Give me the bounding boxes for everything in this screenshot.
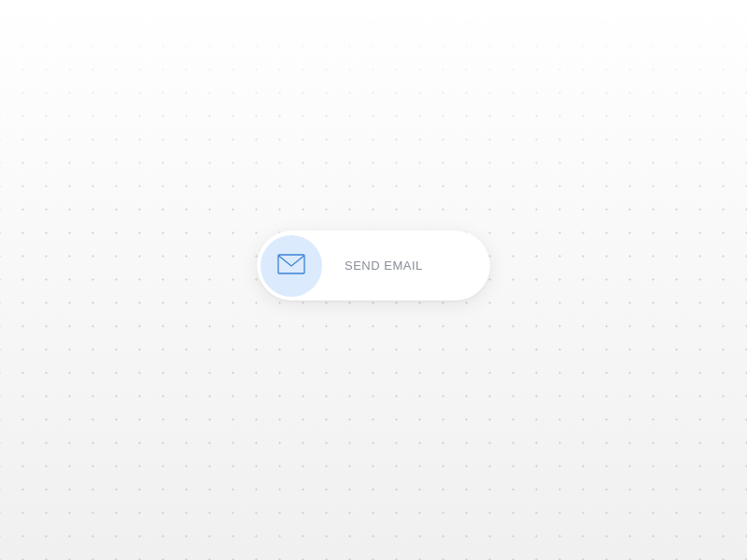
- send-email-button[interactable]: SEND EMAIL: [257, 231, 490, 301]
- svg-rect-0: [278, 255, 304, 273]
- send-email-label: SEND EMAIL: [345, 259, 423, 273]
- icon-circle: [261, 235, 322, 297]
- envelope-icon: [277, 254, 305, 277]
